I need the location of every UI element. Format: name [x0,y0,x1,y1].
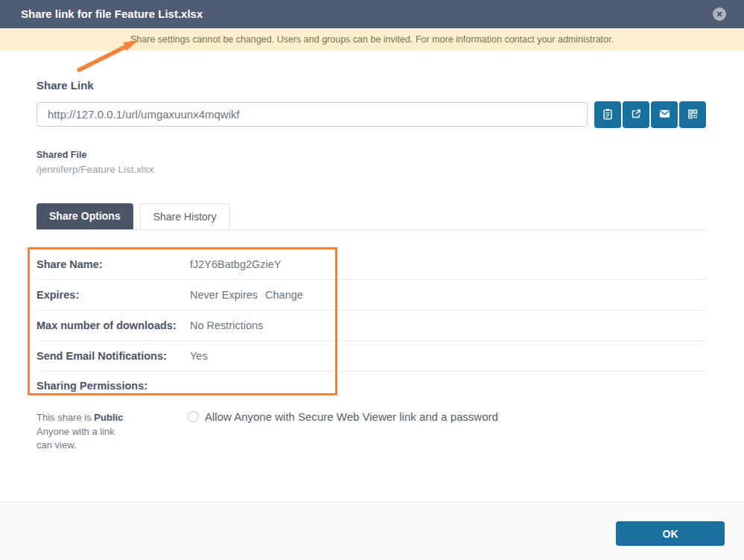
share-options-table: Share Name: fJ2Y6Batbg2GzieY Expires: Ne… [36,249,706,399]
dialog-header: Share link for file Feature List.xlsx ✕ [0,0,744,28]
row-value: Never Expires [190,289,258,301]
envelope-icon [658,106,672,123]
table-row-expires: Expires: Never Expires Change [36,280,706,311]
tab-share-history[interactable]: Share History [140,203,230,229]
close-icon[interactable]: ✕ [713,7,726,21]
share-link-actions [594,101,706,128]
open-link-button[interactable] [623,101,649,128]
clipboard-icon [601,107,614,123]
email-link-button[interactable] [651,101,678,128]
share-link-dialog: Share link for file Feature List.xlsx ✕ … [0,0,744,560]
row-value: Yes [190,350,208,362]
share-link-input[interactable] [36,102,588,127]
share-link-heading: Share Link [36,79,94,92]
secure-viewer-option: Allow Anyone with Secure Web Viewer link… [188,410,498,423]
tab-underline [36,229,706,230]
warning-banner: Share settings cannot be changed. Users … [0,28,744,51]
row-label: Send Email Notifications: [36,350,190,362]
table-row-max-downloads: Max number of downloads: No Restrictions [36,311,706,341]
shared-file-heading: Shared File [36,150,86,160]
note-line2: Anyone with a link [36,426,115,437]
external-link-icon [629,107,643,123]
copy-link-button[interactable] [594,101,621,128]
dialog-title: Share link for file Feature List.xlsx [21,0,203,28]
row-label: Share Name: [36,258,190,270]
row-label: Sharing Permissions: [36,380,190,392]
radio-button-icon[interactable] [188,411,199,422]
qr-code-button[interactable] [679,101,706,128]
row-value: No Restrictions [190,319,263,331]
ok-button[interactable]: OK [616,521,725,546]
note-prefix: This share is [36,412,92,423]
tab-bar: Share Options Share History [36,203,230,229]
row-value: fJ2Y6Batbg2GzieY [190,258,282,270]
warning-banner-text: Share settings cannot be changed. Users … [130,34,614,45]
note-line3: can view. [36,439,76,451]
qr-code-icon [686,107,699,123]
share-visibility-note: This share is Public Anyone with a link … [36,411,148,453]
dialog-footer: OK [0,502,744,560]
table-row-sharing-permissions: Sharing Permissions: [36,372,706,399]
shared-file-path: /jenniferp/Feature List.xlsx [36,164,154,175]
table-row-share-name: Share Name: fJ2Y6Batbg2GzieY [36,249,706,280]
secure-viewer-label[interactable]: Allow Anyone with Secure Web Viewer link… [205,410,498,423]
row-label: Max number of downloads: [36,319,190,331]
table-row-email-notifications: Send Email Notifications: Yes [36,341,706,372]
tab-share-options[interactable]: Share Options [36,203,133,229]
row-label: Expires: [36,289,190,301]
note-share-type: Public [94,412,123,423]
change-expiry-link[interactable]: Change [265,289,303,301]
